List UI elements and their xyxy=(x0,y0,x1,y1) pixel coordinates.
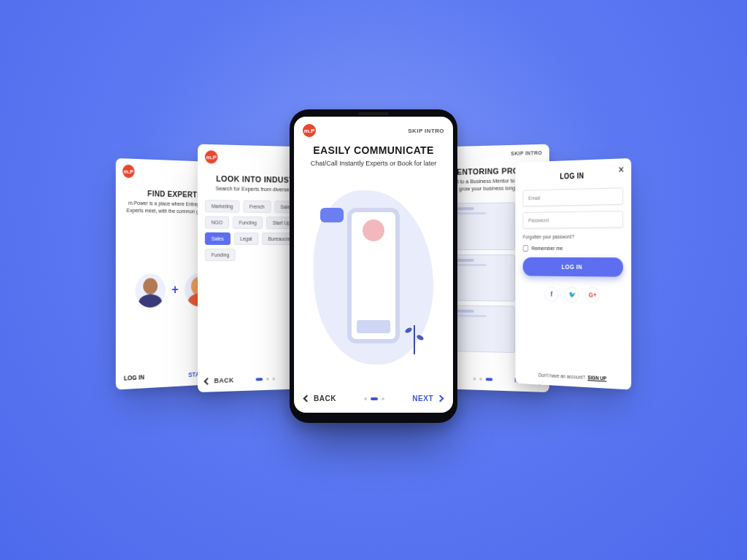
page-dots xyxy=(364,397,384,400)
industry-chip[interactable]: Funding xyxy=(205,249,236,261)
communicate-illustration xyxy=(303,175,444,380)
checkbox-icon xyxy=(523,245,529,252)
login-card: ✕ LOG IN Email Password Forgotten your p… xyxy=(516,158,632,390)
forgot-password-link[interactable]: Forgotten your password? xyxy=(523,233,624,239)
page-dots xyxy=(473,378,493,381)
brand-logo: m.P xyxy=(123,164,134,178)
brand-logo: m.P xyxy=(303,124,316,137)
avatar-entrepreneur xyxy=(135,273,165,308)
plant-icon xyxy=(409,325,419,354)
phone-icon xyxy=(347,208,400,343)
signup-link[interactable]: SIGN UP xyxy=(587,375,606,381)
industry-chip[interactable]: NGO xyxy=(205,216,229,228)
onboard-card-communicate: m.P SKIP INTRO EASILY COMMUNICATE Chat/C… xyxy=(294,117,453,413)
login-link[interactable]: LOG IN xyxy=(124,373,144,382)
chat-bubble-icon xyxy=(320,208,344,222)
page-dots xyxy=(256,378,276,381)
email-field[interactable]: Email xyxy=(523,187,624,206)
skip-intro-link[interactable]: SKIP INTRO xyxy=(408,128,444,134)
chevron-left-icon xyxy=(204,377,211,384)
card-subtitle: Chat/Call Instantly Experts or Book for … xyxy=(307,159,440,168)
login-title: LOG IN xyxy=(523,171,624,182)
password-field[interactable]: Password xyxy=(523,211,624,229)
close-icon[interactable]: ✕ xyxy=(618,164,624,175)
industry-chip[interactable]: Sales xyxy=(205,233,231,245)
remember-me-checkbox[interactable]: Remember me xyxy=(523,245,624,252)
industry-chip[interactable]: Legal xyxy=(233,233,258,245)
industry-chip[interactable]: Funding xyxy=(233,217,263,229)
card-title: EASILY COMMUNICATE xyxy=(294,144,453,156)
back-button[interactable]: BACK xyxy=(205,376,234,384)
google-login-button[interactable]: G+ xyxy=(586,287,600,303)
next-button[interactable]: NEXT xyxy=(412,394,443,402)
skip-intro-link[interactable]: SKIP INTRO xyxy=(511,150,542,156)
industry-chip[interactable]: Marketing xyxy=(205,200,239,213)
back-button[interactable]: BACK xyxy=(304,394,336,402)
plus-icon: + xyxy=(171,282,178,298)
login-button[interactable]: LOG IN xyxy=(523,257,624,277)
brand-logo: m.P xyxy=(205,150,218,164)
phone-mockup: m.P SKIP INTRO EASILY COMMUNICATE Chat/C… xyxy=(290,109,457,423)
twitter-login-button[interactable]: 🐦 xyxy=(565,287,578,303)
industry-chip[interactable]: French xyxy=(243,201,271,213)
chevron-right-icon xyxy=(437,395,444,402)
facebook-login-button[interactable]: f xyxy=(545,286,559,302)
chevron-left-icon xyxy=(303,395,311,402)
